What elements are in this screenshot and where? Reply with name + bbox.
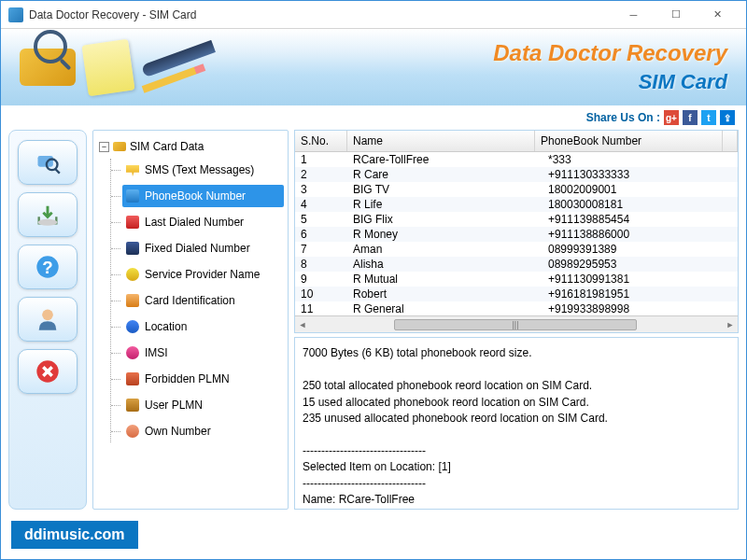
table-row[interactable]: 10Robert+916181981951 bbox=[295, 287, 738, 301]
cell-name: Robert bbox=[347, 287, 543, 301]
cell-name: R Life bbox=[347, 197, 543, 212]
tree-item-label: Forbidden PLMN bbox=[145, 372, 230, 385]
banner-title-line1: Data Doctor Recovery bbox=[493, 40, 727, 66]
col-sno[interactable]: S.No. bbox=[295, 131, 347, 151]
cell-name: Aman bbox=[347, 242, 543, 257]
cell-sno: 8 bbox=[295, 257, 347, 272]
service-icon bbox=[126, 268, 139, 281]
cell-name: R General bbox=[347, 301, 543, 315]
details-panel: 7000 Bytes (6 KB) total phonebook reord … bbox=[294, 337, 739, 510]
maximize-button[interactable]: ☐ bbox=[655, 4, 697, 26]
tree-item-location[interactable]: Location bbox=[122, 315, 284, 338]
window-title: Data Doctor Recovery - SIM Card bbox=[29, 8, 613, 21]
header-banner: Data Doctor Recovery SIM Card bbox=[1, 29, 746, 105]
cell-name: Alisha bbox=[347, 257, 543, 272]
toolbar-sidebar: ? bbox=[8, 130, 87, 510]
table-row[interactable]: 6R Money+911138886000 bbox=[295, 227, 738, 242]
app-icon bbox=[8, 7, 23, 22]
svg-text:?: ? bbox=[42, 258, 52, 277]
cell-sno: 9 bbox=[295, 272, 347, 287]
cell-name: R Money bbox=[347, 227, 543, 242]
cell-sno: 11 bbox=[295, 301, 347, 315]
magnifier-icon bbox=[34, 30, 67, 63]
tree-item-own[interactable]: Own Number bbox=[122, 420, 284, 442]
cell-num: 08989295953 bbox=[543, 257, 738, 272]
tree-item-imsi[interactable]: IMSI bbox=[122, 342, 284, 364]
tree-item-book[interactable]: PhoneBook Number bbox=[122, 185, 284, 207]
tree-root-label: SIM Card Data bbox=[130, 140, 204, 153]
scroll-thumb[interactable]: ||| bbox=[394, 319, 637, 330]
scroll-right-arrow[interactable]: ► bbox=[723, 317, 738, 332]
titlebar: Data Doctor Recovery - SIM Card ─ ☐ ✕ bbox=[1, 1, 746, 29]
table-row[interactable]: 3BIG TV18002009001 bbox=[295, 182, 738, 197]
table-row[interactable]: 1RCare-TollFree*333 bbox=[295, 152, 738, 167]
close-button[interactable]: ✕ bbox=[697, 4, 739, 26]
table-row[interactable]: 5BIG Flix+911139885454 bbox=[295, 212, 738, 227]
last-icon bbox=[126, 216, 139, 229]
tree-item-label: Card Identification bbox=[145, 294, 235, 307]
user-button[interactable] bbox=[18, 297, 78, 342]
scroll-left-arrow[interactable]: ◄ bbox=[295, 317, 310, 332]
forbidden-icon bbox=[126, 372, 139, 385]
cell-num: 18002009001 bbox=[543, 182, 738, 197]
cell-num: +919933898998 bbox=[543, 301, 738, 315]
tree-item-label: Fixed Dialed Number bbox=[145, 242, 250, 255]
tree-item-forbidden[interactable]: Forbidden PLMN bbox=[122, 368, 284, 390]
user-icon bbox=[126, 399, 139, 412]
help-button[interactable]: ? bbox=[18, 245, 78, 289]
tree-item-label: Service Provider Name bbox=[145, 268, 260, 281]
tree-item-label: User PLMN bbox=[145, 399, 203, 412]
horizontal-scrollbar[interactable]: ◄ ||| ► bbox=[295, 315, 738, 332]
cell-num: +911138886000 bbox=[543, 227, 738, 242]
twitter-icon[interactable]: t bbox=[701, 110, 716, 125]
table-row[interactable]: 8Alisha08989295953 bbox=[295, 257, 738, 272]
cell-num: 180030008181 bbox=[543, 197, 738, 212]
cell-num: +911130333333 bbox=[543, 167, 738, 182]
facebook-icon[interactable]: f bbox=[683, 110, 698, 125]
cell-name: R Mutual bbox=[347, 272, 543, 287]
cell-sno: 1 bbox=[295, 152, 347, 167]
grid-body[interactable]: 1RCare-TollFree*3332R Care+9111303333333… bbox=[295, 152, 738, 315]
book-icon bbox=[126, 189, 139, 203]
sms-icon bbox=[126, 163, 139, 176]
minimize-button[interactable]: ─ bbox=[613, 4, 655, 26]
table-row[interactable]: 9R Mutual+911130991381 bbox=[295, 272, 738, 287]
table-row[interactable]: 4R Life180030008181 bbox=[295, 197, 738, 212]
watermark: ddimusic.com bbox=[11, 521, 138, 549]
tree-item-card[interactable]: Card Identification bbox=[122, 289, 284, 312]
cell-num: +911139885454 bbox=[543, 212, 738, 227]
cell-num: +916181981951 bbox=[543, 287, 738, 301]
cell-sno: 5 bbox=[295, 212, 347, 227]
tree-item-service[interactable]: Service Provider Name bbox=[122, 263, 284, 286]
share-icon[interactable]: ⇪ bbox=[720, 110, 735, 125]
collapse-icon[interactable]: − bbox=[99, 142, 109, 152]
tree-item-label: SMS (Text Messages) bbox=[145, 163, 254, 176]
save-button[interactable] bbox=[18, 192, 78, 237]
tree-item-last[interactable]: Last Dialed Number bbox=[122, 211, 284, 233]
tree-item-fixed[interactable]: Fixed Dialed Number bbox=[122, 237, 284, 259]
svg-point-3 bbox=[38, 219, 58, 226]
col-phonebook-number[interactable]: PhoneBook Number bbox=[535, 131, 723, 151]
tree-item-sms[interactable]: SMS (Text Messages) bbox=[122, 159, 284, 181]
search-button[interactable] bbox=[18, 140, 78, 185]
exit-button[interactable] bbox=[18, 349, 78, 394]
tree-panel: − SIM Card Data SMS (Text Messages)Phone… bbox=[92, 130, 289, 510]
share-row: Share Us On : g+ f t ⇪ bbox=[1, 105, 746, 130]
imsi-icon bbox=[126, 346, 139, 359]
col-name[interactable]: Name bbox=[347, 131, 535, 151]
cell-name: RCare-TollFree bbox=[347, 152, 543, 167]
fixed-icon bbox=[126, 242, 139, 255]
tree-root[interactable]: − SIM Card Data bbox=[97, 138, 284, 155]
table-row[interactable]: 7Aman08999391389 bbox=[295, 242, 738, 257]
cell-sno: 4 bbox=[295, 197, 347, 212]
svg-point-6 bbox=[42, 310, 53, 321]
grid-header: S.No. Name PhoneBook Number bbox=[295, 131, 738, 152]
cell-sno: 2 bbox=[295, 167, 347, 182]
sim-icon bbox=[113, 142, 126, 151]
table-row[interactable]: 11R General+919933898998 bbox=[295, 301, 738, 315]
google-plus-icon[interactable]: g+ bbox=[664, 110, 679, 125]
tree-item-label: Last Dialed Number bbox=[145, 216, 244, 229]
location-icon bbox=[126, 320, 139, 333]
table-row[interactable]: 2R Care+911130333333 bbox=[295, 167, 738, 182]
tree-item-user[interactable]: User PLMN bbox=[122, 394, 284, 416]
